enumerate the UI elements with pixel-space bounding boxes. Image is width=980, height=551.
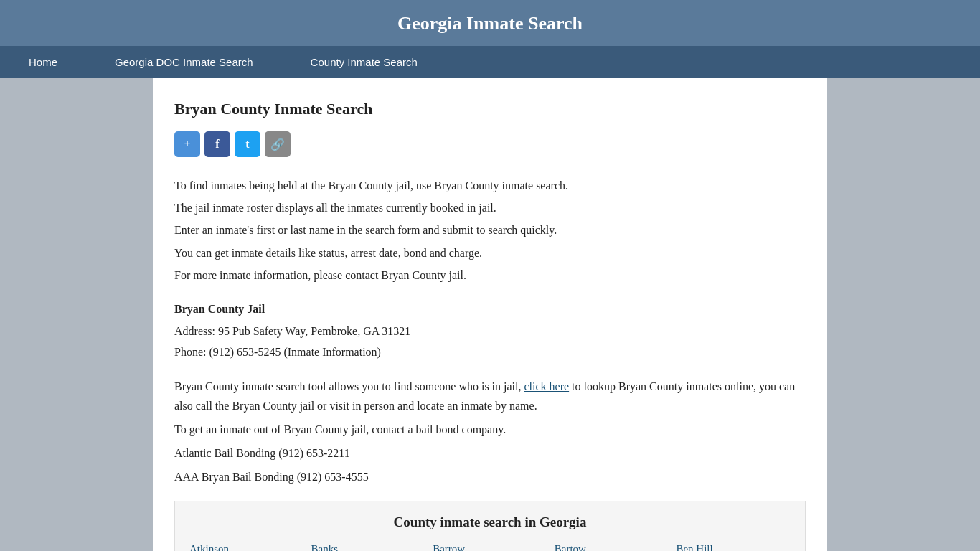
site-title: Georgia Inmate Search bbox=[0, 13, 980, 34]
jail-name: Bryan County Jail bbox=[174, 299, 806, 319]
county-item: Banks bbox=[311, 542, 426, 551]
share-button[interactable]: + bbox=[174, 131, 200, 157]
county-link[interactable]: Atkinson bbox=[189, 543, 229, 551]
county-item: Barrow bbox=[433, 542, 547, 551]
copy-link-button[interactable]: 🔗 bbox=[265, 131, 291, 157]
main-content: Bryan County Inmate Search + f t 🔗 To fi… bbox=[153, 78, 827, 551]
extra-para-3: Atlantic Bail Bonding (912) 653-2211 bbox=[174, 443, 806, 463]
extra-para-4: AAA Bryan Bail Bonding (912) 653-4555 bbox=[174, 467, 806, 486]
click-here-link[interactable]: click here bbox=[524, 380, 569, 392]
desc-line-1: To find inmates being held at the Bryan … bbox=[174, 176, 806, 195]
social-buttons: + f t 🔗 bbox=[174, 131, 806, 157]
county-section-title: County inmate search in Georgia bbox=[189, 514, 791, 530]
nav-doc-search[interactable]: Georgia DOC Inmate Search bbox=[86, 46, 282, 78]
desc-line-5: For more inmate information, please cont… bbox=[174, 265, 806, 285]
desc-line-3: Enter an inmate's first or last name in … bbox=[174, 220, 806, 240]
desc-line-4: You can get inmate details like status, … bbox=[174, 243, 806, 263]
jail-address: Address: 95 Pub Safety Way, Pembroke, GA… bbox=[174, 321, 806, 341]
nav-home[interactable]: Home bbox=[0, 46, 86, 78]
extra-info-block: Bryan County inmate search tool allows y… bbox=[174, 377, 806, 487]
extra-para-1: Bryan County inmate search tool allows y… bbox=[174, 377, 806, 415]
desc-line-2: The jail inmate roster displays all the … bbox=[174, 198, 806, 217]
extra-para-1-before: Bryan County inmate search tool allows y… bbox=[174, 380, 524, 392]
county-link[interactable]: Bartow bbox=[555, 543, 586, 551]
extra-para-2: To get an inmate out of Bryan County jai… bbox=[174, 420, 806, 439]
nav-county-search[interactable]: County Inmate Search bbox=[282, 46, 446, 78]
county-link[interactable]: Barrow bbox=[433, 543, 465, 551]
county-grid: AtkinsonBanksBarrowBartowBen HillBerrien… bbox=[189, 542, 791, 551]
county-link[interactable]: Banks bbox=[311, 543, 339, 551]
county-item: Atkinson bbox=[189, 542, 304, 551]
twitter-button[interactable]: t bbox=[235, 131, 260, 157]
county-section: County inmate search in Georgia Atkinson… bbox=[174, 501, 806, 551]
facebook-button[interactable]: f bbox=[204, 131, 230, 157]
description-block: To find inmates being held at the Bryan … bbox=[174, 176, 806, 285]
county-item: Bartow bbox=[555, 542, 669, 551]
main-nav: Home Georgia DOC Inmate Search County In… bbox=[0, 46, 980, 78]
jail-phone: Phone: (912) 653-5245 (Inmate Informatio… bbox=[174, 342, 806, 362]
county-item: Ben Hill bbox=[676, 542, 791, 551]
site-header: Georgia Inmate Search bbox=[0, 0, 980, 46]
page-title: Bryan County Inmate Search bbox=[174, 100, 806, 118]
county-link[interactable]: Ben Hill bbox=[676, 543, 712, 551]
jail-info-block: Bryan County Jail Address: 95 Pub Safety… bbox=[174, 299, 806, 362]
